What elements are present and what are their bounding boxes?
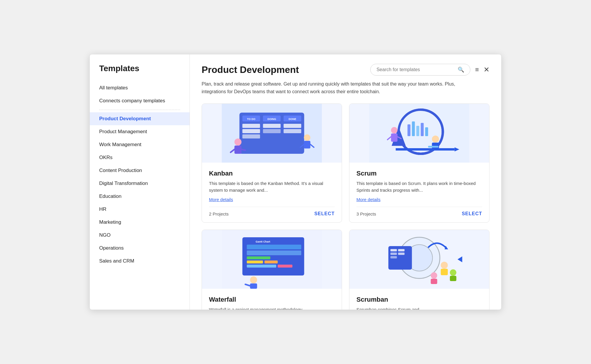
svg-text:DOING: DOING <box>268 118 276 121</box>
svg-rect-58 <box>391 253 397 255</box>
search-box[interactable]: 🔍 <box>370 64 470 76</box>
more-details-scrum[interactable]: More details <box>356 197 482 202</box>
svg-rect-67 <box>450 276 456 281</box>
card-body-scrum: Scrum This template is based on Scrum. I… <box>349 163 489 222</box>
card-footer-kanban: 2 Projects SELECT <box>209 207 335 216</box>
templates-modal: Templates All templatesConnects company … <box>89 54 502 310</box>
select-button-kanban[interactable]: SELECT <box>314 211 335 216</box>
svg-rect-63 <box>441 269 448 275</box>
card-image-kanban: TO DO DOING DONE <box>202 104 342 163</box>
sidebar-item-product-development[interactable]: Product Development <box>90 112 190 125</box>
sidebar-item-sales-and-crm[interactable]: Sales and CRM <box>90 255 190 268</box>
svg-point-49 <box>250 276 257 283</box>
list-icon: ≡ <box>475 66 479 74</box>
svg-text:DONE: DONE <box>288 118 296 121</box>
sidebar-item-digital-transformation[interactable]: Digital Transformation <box>90 177 190 190</box>
sidebar-divider <box>99 110 180 110</box>
select-button-scrum[interactable]: SELECT <box>462 211 482 216</box>
templates-grid: TO DO DOING DONE <box>202 103 489 310</box>
svg-rect-28 <box>412 121 415 136</box>
sidebar: Templates All templatesConnects company … <box>90 54 190 310</box>
main-header: Product Development 🔍 ≡ ✕ <box>202 64 489 76</box>
sidebar-title: Templates <box>90 64 190 81</box>
svg-rect-20 <box>304 141 311 148</box>
card-desc-scrumban: Scrumban combines Scrum and... <box>356 306 482 310</box>
svg-rect-56 <box>391 249 397 251</box>
svg-rect-59 <box>398 253 405 255</box>
card-body-kanban: Kanban This template is based on the Kan… <box>202 163 342 222</box>
svg-rect-9 <box>243 129 260 133</box>
svg-text:TO DO: TO DO <box>247 118 255 121</box>
card-projects-kanban: 2 Projects <box>209 211 229 216</box>
svg-rect-29 <box>416 126 419 136</box>
svg-rect-34 <box>428 146 439 148</box>
card-desc-kanban: This template is based on the Kanban Met… <box>209 180 335 193</box>
svg-rect-16 <box>235 146 242 154</box>
card-title-kanban: Kanban <box>209 170 335 177</box>
sidebar-item-operations[interactable]: Operations <box>90 242 190 255</box>
card-desc-scrum: This template is based on Scrum. It plan… <box>356 180 482 193</box>
svg-rect-12 <box>263 129 281 133</box>
svg-text:Gantt Chart: Gantt Chart <box>256 240 270 243</box>
card-image-scrumban <box>349 230 489 289</box>
sidebar-item-okrs[interactable]: OKRs <box>90 151 190 164</box>
svg-rect-46 <box>265 261 278 263</box>
sidebar-item-education[interactable]: Education <box>90 190 190 203</box>
svg-point-15 <box>235 138 242 146</box>
template-card-kanban[interactable]: TO DO DOING DONE <box>202 103 342 223</box>
svg-rect-8 <box>243 124 260 128</box>
svg-rect-36 <box>391 133 398 142</box>
card-title-scrumban: Scrumban <box>356 296 482 303</box>
svg-point-66 <box>450 269 456 276</box>
card-footer-scrum: 3 Projects SELECT <box>356 207 482 216</box>
close-icon: ✕ <box>484 66 489 74</box>
page-description: Plan, track and release great software. … <box>202 80 467 95</box>
sidebar-item-hr[interactable]: HR <box>90 203 190 216</box>
sidebar-item-connects-company[interactable]: Connects company templates <box>90 94 190 107</box>
svg-rect-44 <box>247 256 270 259</box>
search-input[interactable] <box>376 67 455 72</box>
svg-rect-11 <box>263 124 281 128</box>
main-content: Product Development 🔍 ≡ ✕ Plan, track an… <box>190 54 501 310</box>
svg-rect-60 <box>391 256 397 258</box>
page-title: Product Development <box>202 64 299 75</box>
svg-point-62 <box>441 262 448 269</box>
sidebar-item-all-templates[interactable]: All templates <box>90 81 190 94</box>
svg-rect-50 <box>250 283 257 289</box>
card-body-waterfall: Waterfall Waterfall is a project managem… <box>202 289 342 310</box>
search-icon: 🔍 <box>458 66 464 73</box>
sidebar-item-ngo[interactable]: NGO <box>90 229 190 242</box>
svg-rect-14 <box>284 129 301 133</box>
card-image-scrum <box>349 104 489 163</box>
svg-rect-30 <box>421 123 424 136</box>
card-body-scrumban: Scrumban Scrumban combines Scrum and... … <box>349 289 489 310</box>
header-right: 🔍 ≡ ✕ <box>370 64 489 76</box>
card-title-waterfall: Waterfall <box>209 296 335 303</box>
svg-point-32 <box>432 136 439 143</box>
sidebar-item-work-management[interactable]: Work Management <box>90 138 190 151</box>
card-projects-scrum: 3 Projects <box>356 211 376 216</box>
template-card-scrum[interactable]: Scrum This template is based on Scrum. I… <box>349 103 489 223</box>
svg-point-19 <box>304 134 311 141</box>
close-button[interactable]: ✕ <box>484 66 489 74</box>
sidebar-item-product-management[interactable]: Product Management <box>90 125 190 138</box>
svg-rect-48 <box>278 265 293 268</box>
more-details-kanban[interactable]: More details <box>209 197 335 202</box>
card-desc-waterfall: Waterfall is a project management method… <box>209 306 335 310</box>
sidebar-item-content-production[interactable]: Content Production <box>90 164 190 177</box>
svg-rect-47 <box>247 265 276 268</box>
svg-point-64 <box>431 272 437 279</box>
svg-rect-45 <box>247 261 263 263</box>
list-view-button[interactable]: ≡ <box>475 66 479 74</box>
svg-rect-65 <box>431 279 437 284</box>
svg-rect-42 <box>247 245 301 249</box>
card-title-scrum: Scrum <box>356 170 482 177</box>
card-image-waterfall: Gantt Chart <box>202 230 342 289</box>
sidebar-nav: All templatesConnects company templatesP… <box>90 81 190 268</box>
template-card-scrumban[interactable]: Scrumban Scrumban combines Scrum and... … <box>349 230 489 310</box>
svg-rect-27 <box>408 124 411 136</box>
svg-rect-10 <box>243 134 260 138</box>
svg-rect-13 <box>284 124 301 128</box>
sidebar-item-marketing[interactable]: Marketing <box>90 216 190 229</box>
template-card-waterfall[interactable]: Gantt Chart Waterfall Waterfall is a pro… <box>202 230 342 310</box>
